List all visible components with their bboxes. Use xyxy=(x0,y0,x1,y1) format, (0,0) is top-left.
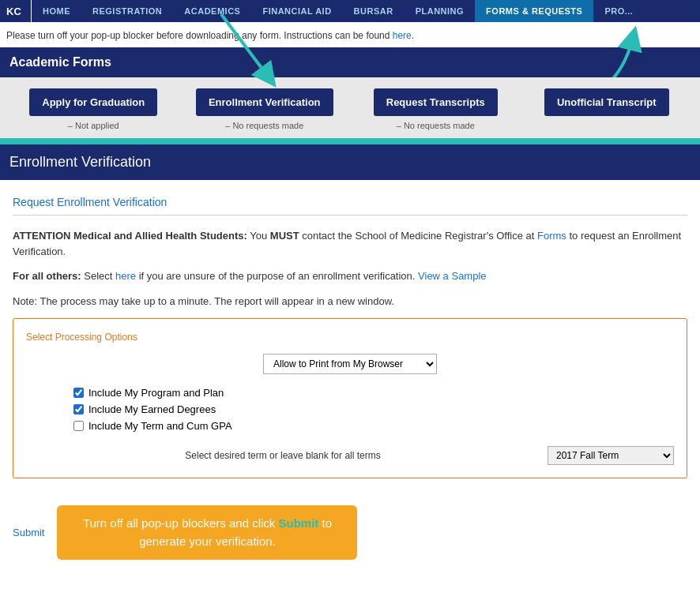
checkbox-earned-degrees[interactable]: Include My Earned Degrees xyxy=(73,403,216,415)
term-label: Select desired term or leave blank for a… xyxy=(26,450,540,461)
unofficial-transcript-group: Unofficial Transcript xyxy=(521,88,693,121)
attention-text: ATTENTION Medical and Allied Health Stud… xyxy=(13,228,687,259)
nav-item-forms-requests[interactable]: FORMS & REQUESTS xyxy=(475,0,593,22)
checkbox-program-plan-input[interactable] xyxy=(73,388,84,398)
nav-item-pro[interactable]: PRO... xyxy=(593,0,644,22)
form-buttons-row: Apply for Graduation – Not applied Enrol… xyxy=(0,77,700,138)
request-transcripts-button[interactable]: Request Transcripts xyxy=(374,88,498,116)
checkbox-program-plan-label: Include My Program and Plan xyxy=(88,387,224,399)
nav-logo: KC xyxy=(0,0,32,22)
processing-dropdown[interactable]: Allow to Print from My Browser xyxy=(263,354,437,374)
must-bold: MUST xyxy=(270,230,299,242)
nav-item-financial-aid[interactable]: FINANCIAL AID xyxy=(251,0,342,22)
top-notice: Please turn off your pop-up blocker befo… xyxy=(0,22,700,47)
nav-item-academics[interactable]: ACADEMICS xyxy=(173,0,251,22)
submit-link[interactable]: Submit xyxy=(13,527,44,538)
nav-item-planning[interactable]: PLANNING xyxy=(405,0,475,22)
view-sample-link[interactable]: View a Sample xyxy=(418,270,486,282)
checkboxes-area: Include My Program and Plan Include My E… xyxy=(26,387,674,432)
processing-title: Select Processing Options xyxy=(26,332,674,343)
ev-subheader: Request Enrollment Verification xyxy=(13,196,687,216)
checkbox-earned-degrees-input[interactable] xyxy=(73,404,84,414)
processing-dropdown-row: Allow to Print from My Browser xyxy=(26,354,674,374)
term-dropdown[interactable]: 2017 Fall Term xyxy=(548,446,674,465)
teal-divider xyxy=(0,138,700,144)
apply-graduation-status: – Not applied xyxy=(68,121,119,130)
checkbox-gpa-label: Include My Term and Cum GPA xyxy=(88,420,232,432)
tooltip-bubble: Turn off all pop-up blockers and click S… xyxy=(57,505,357,560)
tooltip-highlight: Submit xyxy=(279,516,319,530)
enrollment-verification-button[interactable]: Enrollment Verification xyxy=(196,88,333,116)
unofficial-transcript-button[interactable]: Unofficial Transcript xyxy=(544,88,669,116)
checkbox-gpa-input[interactable] xyxy=(73,421,84,431)
tooltip-text-before: Turn off all pop-up blockers and click xyxy=(83,516,279,530)
checkbox-gpa[interactable]: Include My Term and Cum GPA xyxy=(73,420,232,432)
notice-text-before: Please turn off your pop-up blocker befo… xyxy=(6,30,393,41)
nav-item-bursar[interactable]: BURSAR xyxy=(343,0,405,22)
notice-link[interactable]: here xyxy=(393,30,412,41)
enrollment-verification-group: Enrollment Verification – No requests ma… xyxy=(179,88,351,130)
term-row: Select desired term or leave blank for a… xyxy=(26,443,674,465)
nav-item-home[interactable]: HOME xyxy=(32,0,81,22)
enrollment-verification-header: Enrollment Verification xyxy=(0,144,700,180)
checkbox-earned-degrees-label: Include My Earned Degrees xyxy=(88,403,216,415)
forms-link[interactable]: Forms xyxy=(537,230,566,242)
submit-area: Submit Turn off all pop-up blockers and … xyxy=(0,494,700,571)
request-transcripts-status: – No requests made xyxy=(397,121,475,130)
for-all-text: For all others: Select here if you are u… xyxy=(13,268,687,284)
here-link[interactable]: here xyxy=(115,270,136,282)
enrollment-verification-status: – No requests made xyxy=(225,121,303,130)
attention-bold: ATTENTION Medical and Allied Health Stud… xyxy=(13,230,247,242)
processing-box: Select Processing Options Allow to Print… xyxy=(13,318,687,478)
academic-forms-header: Academic Forms xyxy=(0,47,700,77)
apply-graduation-group: Apply for Graduation – Not applied xyxy=(8,88,179,130)
nav-item-registration[interactable]: REGISTRATION xyxy=(81,0,173,22)
notice-text-after: . xyxy=(412,30,414,41)
for-all-bold: For all others: xyxy=(13,270,81,282)
note-text: Note: The process may take up to a minut… xyxy=(13,294,687,309)
request-transcripts-group: Request Transcripts – No requests made xyxy=(350,88,521,130)
checkbox-program-plan[interactable]: Include My Program and Plan xyxy=(73,387,224,399)
nav-bar: KC HOME REGISTRATION ACADEMICS FINANCIAL… xyxy=(0,0,700,22)
ev-content: Request Enrollment Verification ATTENTIO… xyxy=(0,180,700,494)
apply-graduation-button[interactable]: Apply for Graduation xyxy=(29,88,157,116)
